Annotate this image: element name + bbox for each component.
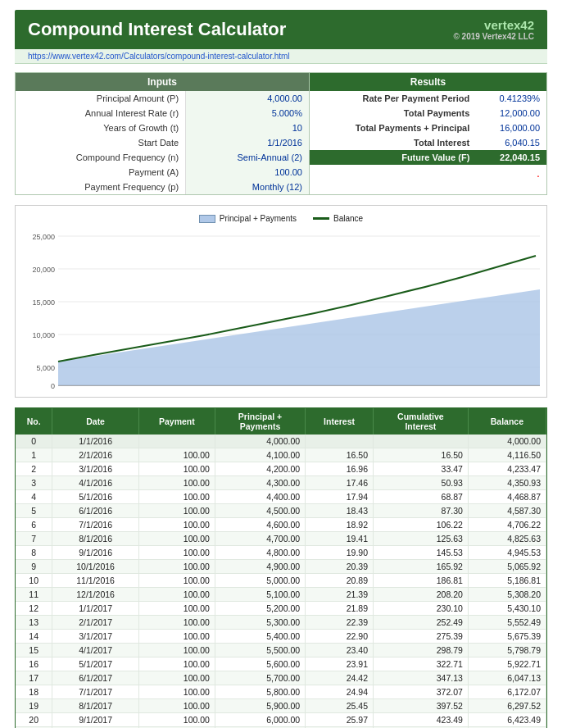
cell-date: 5/1/2017 bbox=[52, 657, 138, 671]
cell-pp: 4,300.00 bbox=[215, 476, 305, 490]
cell-pp: 5,100.00 bbox=[215, 588, 305, 602]
cell-pp: 4,500.00 bbox=[215, 504, 305, 518]
cell-pp: 4,400.00 bbox=[215, 490, 305, 504]
table-row: 1 2/1/2016 100.00 4,100.00 16.50 16.50 4… bbox=[16, 448, 546, 462]
cell-pp: 4,800.00 bbox=[215, 546, 305, 560]
cell-date: 6/1/2016 bbox=[52, 504, 138, 518]
cell-balance: 5,922.71 bbox=[468, 657, 546, 671]
cell-no: 14 bbox=[16, 630, 52, 644]
svg-text:20,000: 20,000 bbox=[32, 266, 55, 274]
cell-cum-interest: 397.52 bbox=[374, 699, 469, 713]
col-payment: Payment bbox=[138, 408, 215, 435]
cell-cum-interest: 298.79 bbox=[374, 644, 469, 657]
cell-interest: 21.39 bbox=[306, 588, 374, 602]
table-header: No. Date Payment Principal +Payments Int… bbox=[16, 408, 546, 435]
col-pp: Principal +Payments bbox=[215, 408, 305, 435]
cell-interest: 16.96 bbox=[306, 462, 374, 476]
cell-no: 11 bbox=[16, 588, 52, 602]
cell-no: 15 bbox=[16, 644, 52, 657]
input-label: Payment (A) bbox=[16, 165, 186, 180]
url[interactable]: https://www.vertex42.com/Calculators/com… bbox=[28, 52, 290, 61]
inputs-panel: Inputs Principal Amount (P)4,000.00Annua… bbox=[15, 72, 310, 195]
cell-balance: 6,297.52 bbox=[468, 699, 546, 713]
inputs-title: Inputs bbox=[16, 73, 309, 91]
cell-no: 4 bbox=[16, 490, 52, 504]
cell-cum-interest: 106.22 bbox=[374, 518, 469, 532]
cell-payment: 100.00 bbox=[138, 490, 215, 504]
cell-date: 3/1/2017 bbox=[52, 630, 138, 644]
cell-balance: 4,825.63 bbox=[468, 532, 546, 546]
cell-no: 3 bbox=[16, 476, 52, 490]
cell-no: 9 bbox=[16, 560, 52, 574]
cell-balance: 5,798.79 bbox=[468, 644, 546, 657]
red-dot: . bbox=[537, 166, 540, 180]
result-value: 12,000.00 bbox=[476, 106, 546, 121]
cell-cum-interest: 145.53 bbox=[374, 546, 469, 560]
cell-interest: 17.94 bbox=[306, 490, 374, 504]
col-cum-interest: CumulativeInterest bbox=[374, 408, 469, 435]
cell-date: 2/1/2017 bbox=[52, 616, 138, 630]
cell-no: 0 bbox=[16, 435, 52, 448]
cell-interest: 17.46 bbox=[306, 476, 374, 490]
cell-cum-interest: 347.13 bbox=[374, 671, 469, 685]
cell-cum-interest: 322.71 bbox=[374, 657, 469, 671]
cell-cum-interest: 50.93 bbox=[374, 476, 469, 490]
cell-date: 4/1/2016 bbox=[52, 476, 138, 490]
input-value[interactable]: 4,000.00 bbox=[186, 91, 309, 106]
cell-payment: 100.00 bbox=[138, 699, 215, 713]
svg-text:10,000: 10,000 bbox=[32, 331, 55, 339]
cell-pp: 5,900.00 bbox=[215, 699, 305, 713]
input-value[interactable]: 1/1/2016 bbox=[186, 135, 309, 150]
cell-balance: 4,233.47 bbox=[468, 462, 546, 476]
input-value[interactable]: Monthly (12) bbox=[186, 180, 309, 194]
page: Compound Interest Calculator vertex42 © … bbox=[0, 0, 562, 728]
cell-payment: 100.00 bbox=[138, 448, 215, 462]
cell-balance: 6,172.07 bbox=[468, 685, 546, 699]
result-row: Rate Per Payment Period0.41239% bbox=[310, 91, 546, 106]
chart-area: Principal + Payments Balance 25,000 20,0… bbox=[15, 205, 547, 398]
cell-interest: 22.39 bbox=[306, 616, 374, 630]
cell-interest: 23.91 bbox=[306, 657, 374, 671]
cell-interest: 24.42 bbox=[306, 671, 374, 685]
table-body: 0 1/1/2016 4,000.00 4,000.00 1 2/1/2016 … bbox=[16, 435, 546, 728]
input-value[interactable]: 5.000% bbox=[186, 106, 309, 121]
cell-balance: 5,675.39 bbox=[468, 630, 546, 644]
svg-text:0: 0 bbox=[51, 382, 55, 390]
cell-interest bbox=[306, 435, 374, 448]
cell-date: 10/1/2016 bbox=[52, 560, 138, 574]
cell-balance: 5,186.81 bbox=[468, 574, 546, 588]
input-row: Compound Frequency (n)Semi-Annual (2) bbox=[16, 150, 309, 165]
table-row: 2 3/1/2016 100.00 4,200.00 16.96 33.47 4… bbox=[16, 462, 546, 476]
table-row: 17 6/1/2017 100.00 5,700.00 24.42 347.13… bbox=[16, 671, 546, 685]
cell-no: 13 bbox=[16, 616, 52, 630]
input-value[interactable]: 100.00 bbox=[186, 165, 309, 180]
cell-date: 7/1/2016 bbox=[52, 518, 138, 532]
result-row: Total Interest6,040.15 bbox=[310, 135, 546, 150]
cell-payment: 100.00 bbox=[138, 616, 215, 630]
cell-date: 8/1/2017 bbox=[52, 699, 138, 713]
svg-text:5,000: 5,000 bbox=[36, 364, 55, 372]
input-value[interactable]: Semi-Annual (2) bbox=[186, 150, 309, 165]
result-row: Total Payments + Principal16,000.00 bbox=[310, 121, 546, 135]
table-row: 18 7/1/2017 100.00 5,800.00 24.94 372.07… bbox=[16, 685, 546, 699]
cell-cum-interest: 275.39 bbox=[374, 630, 469, 644]
input-row: Start Date1/1/2016 bbox=[16, 135, 309, 150]
cell-interest: 22.90 bbox=[306, 630, 374, 644]
result-label: Total Payments bbox=[310, 106, 476, 121]
red-dot-area: . bbox=[310, 165, 546, 181]
table-row: 10 11/1/2016 100.00 5,000.00 20.89 186.8… bbox=[16, 574, 546, 588]
cell-date: 12/1/2016 bbox=[52, 588, 138, 602]
cell-interest: 20.39 bbox=[306, 560, 374, 574]
cell-cum-interest: 33.47 bbox=[374, 462, 469, 476]
cell-pp: 4,900.00 bbox=[215, 560, 305, 574]
cell-cum-interest: 230.10 bbox=[374, 602, 469, 616]
cell-payment: 100.00 bbox=[138, 476, 215, 490]
table-row: 6 7/1/2016 100.00 4,600.00 18.92 106.22 … bbox=[16, 518, 546, 532]
cell-date: 2/1/2016 bbox=[52, 448, 138, 462]
cell-balance: 5,065.92 bbox=[468, 560, 546, 574]
svg-text:25,000: 25,000 bbox=[32, 233, 55, 241]
cell-pp: 5,200.00 bbox=[215, 602, 305, 616]
chart-svg: 25,000 20,000 15,000 10,000 5,000 0 bbox=[24, 228, 538, 390]
input-value[interactable]: 10 bbox=[186, 121, 309, 135]
results-title: Results bbox=[310, 73, 546, 91]
